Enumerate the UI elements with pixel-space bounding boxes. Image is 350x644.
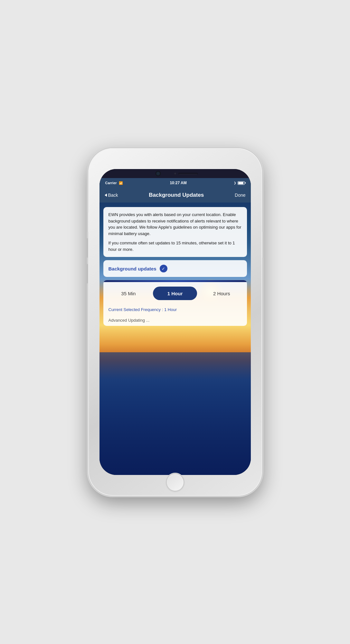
- frequency-options: 35 Min 1 Hour 2 Hours: [103, 282, 247, 305]
- status-right: ❯: [234, 181, 245, 185]
- current-freq-value: 1 Hour: [164, 307, 177, 312]
- back-arrow-icon: [105, 194, 107, 197]
- freq-option-35min[interactable]: 35 Min: [107, 287, 151, 300]
- nav-bar: Back Background Updates Done: [99, 188, 251, 203]
- camera: [156, 171, 160, 176]
- freq-option-2hours[interactable]: 2 Hours: [200, 287, 244, 300]
- phone-notch: [99, 169, 251, 178]
- done-button[interactable]: Done: [235, 193, 245, 198]
- status-bar: Carrier 📶 10:27 AM ❯: [99, 178, 251, 188]
- battery-icon: [238, 181, 245, 185]
- advanced-label: Advanced Updating ...: [109, 318, 150, 323]
- info-card: EWN provides you with alerts based on yo…: [103, 207, 247, 257]
- freq-option-1hour[interactable]: 1 Hour: [153, 287, 197, 300]
- phone-frame: Carrier 📶 10:27 AM ❯ Back Background Upd: [88, 148, 262, 496]
- carrier-label: Carrier: [105, 181, 117, 185]
- current-freq-label: Current Selected Frequency :: [109, 307, 163, 312]
- check-badge-icon[interactable]: ✓: [160, 265, 167, 272]
- page-title: Background Updates: [149, 192, 204, 198]
- info-paragraph-2: If you commute often set updates to 15 m…: [109, 240, 242, 252]
- advanced-section: Advanced Updating ...: [103, 317, 247, 326]
- water-area: [99, 352, 251, 475]
- status-time: 10:27 AM: [170, 181, 186, 185]
- wifi-icon: 📶: [119, 181, 123, 185]
- earpiece-dot: [174, 172, 176, 175]
- info-paragraph-1: EWN provides you with alerts based on yo…: [109, 212, 242, 237]
- toggle-card: Background updates ✓: [103, 260, 247, 277]
- status-left: Carrier 📶: [105, 181, 123, 185]
- content-area: EWN provides you with alerts based on yo…: [99, 203, 251, 330]
- toggle-row: Background updates ✓: [109, 265, 242, 272]
- background-scene: EWN provides you with alerts based on yo…: [99, 203, 251, 475]
- toggle-label: Background updates: [109, 266, 156, 271]
- phone-screen: Carrier 📶 10:27 AM ❯ Back Background Upd: [99, 169, 251, 475]
- location-arrow-icon: ❯: [234, 181, 236, 185]
- current-frequency: Current Selected Frequency : 1 Hour: [103, 305, 247, 317]
- back-button[interactable]: Back: [105, 193, 118, 198]
- frequency-card: 35 Min 1 Hour 2 Hours Current Selected F…: [103, 280, 247, 326]
- speaker-grille: [178, 173, 198, 175]
- back-label: Back: [108, 193, 118, 198]
- battery-fill: [238, 182, 243, 184]
- screen-content: Carrier 📶 10:27 AM ❯ Back Background Upd: [99, 178, 251, 475]
- home-button[interactable]: [167, 474, 184, 491]
